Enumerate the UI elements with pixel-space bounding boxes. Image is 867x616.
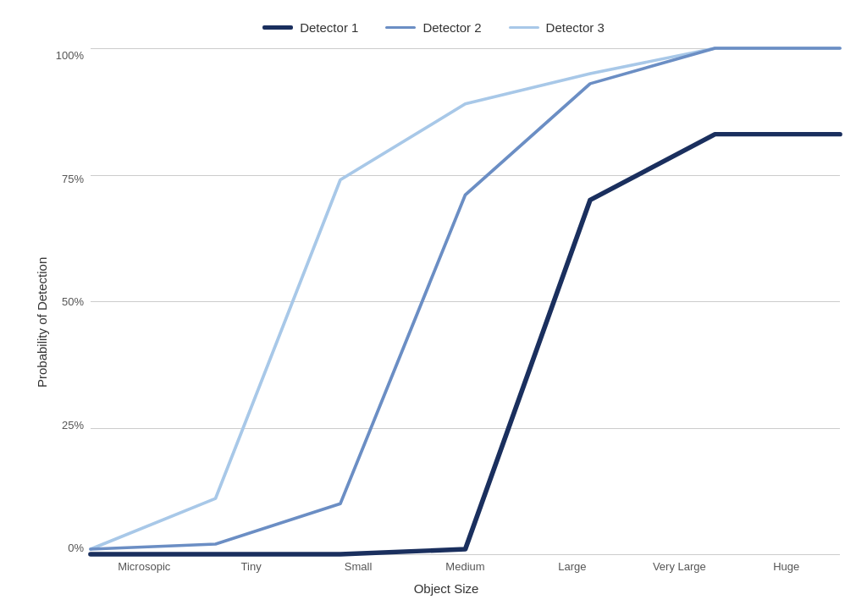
legend-item-detector1: Detector 1 <box>262 20 358 35</box>
legend-label-detector3: Detector 3 <box>546 20 605 35</box>
x-tick-very-large: Very Large <box>626 560 732 573</box>
x-tick-tiny: Tiny <box>197 560 304 573</box>
legend-line-detector1 <box>262 25 293 30</box>
y-axis-label: Probability of Detection <box>27 48 52 596</box>
legend-item-detector2: Detector 2 <box>385 20 481 35</box>
x-axis-label: Object Size <box>52 581 840 596</box>
y-tick-0: 0% <box>52 542 91 553</box>
legend-item-detector3: Detector 3 <box>509 20 605 35</box>
legend-label-detector1: Detector 1 <box>300 20 358 35</box>
y-tick-100: 100% <box>52 50 91 61</box>
plot-area <box>91 48 840 555</box>
legend-line-detector2 <box>385 26 416 29</box>
legend: Detector 1 Detector 2 Detector 3 <box>262 20 605 35</box>
y-tick-50: 50% <box>52 296 91 307</box>
x-tick-medium: Medium <box>411 560 518 573</box>
chart-area: Probability of Detection 0% 25% 50% 75% … <box>27 48 840 596</box>
x-tick-microsopic: Microsopic <box>91 560 197 573</box>
y-tick-75: 75% <box>52 173 91 184</box>
y-tick-25: 25% <box>52 420 91 431</box>
chart-inner: 0% 25% 50% 75% 100% <box>52 48 840 596</box>
y-ticks: 0% 25% 50% 75% 100% <box>52 48 91 555</box>
plot-area-wrapper: 0% 25% 50% 75% 100% <box>52 48 840 555</box>
x-tick-small: Small <box>305 560 411 573</box>
legend-line-detector3 <box>509 26 539 29</box>
x-tick-large: Large <box>519 560 626 573</box>
legend-label-detector2: Detector 2 <box>422 20 481 35</box>
x-axis: Microsopic Tiny Small Medium Large Very … <box>91 555 840 573</box>
x-tick-huge: Huge <box>733 560 840 573</box>
chart-container: Detector 1 Detector 2 Detector 3 Probabi… <box>27 20 840 596</box>
line-chart-svg <box>91 48 840 554</box>
